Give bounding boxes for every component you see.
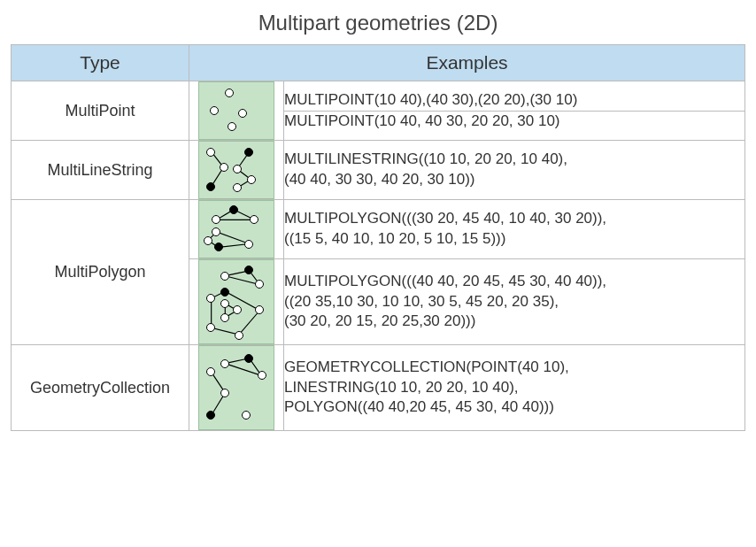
type-geometrycollection: GeometryCollection xyxy=(12,345,189,431)
multipoint-ex1: MULTIPOINT(10 40),(40 30),(20 20),(30 10… xyxy=(284,90,744,111)
multilinestring-swatch xyxy=(198,141,274,199)
type-multilinestring: MultiLineString xyxy=(12,141,189,200)
table-row-geometrycollection: GeometryCollection GEOMETRYCOLLECTION xyxy=(12,345,745,431)
table-row-multipoint: MultiPoint MULTIPOINT(10 40),(40 30),(20… xyxy=(12,81,745,141)
type-multipolygon: MultiPolygon xyxy=(12,200,189,345)
multilinestring-ex: MULTILINESTRING((10 10, 20 20, 10 40), (… xyxy=(284,141,745,200)
geometry-table: Type Examples MultiPoint MULTIPOINT(10 4… xyxy=(11,44,745,431)
type-multipoint: MultiPoint xyxy=(12,81,189,141)
header-examples: Examples xyxy=(189,45,745,81)
multipolygon-swatch-2 xyxy=(198,259,274,344)
multipoint-swatch xyxy=(198,81,274,140)
svg-marker-5 xyxy=(225,358,261,376)
multipolygon-swatch-1 xyxy=(198,200,274,258)
multipoint-ex2: MULTIPOINT(10 40, 40 30, 20 20, 30 10) xyxy=(284,111,744,131)
multipolygon-ex1: MULTIPOLYGON(((30 20, 45 40, 10 40, 30 2… xyxy=(284,200,745,259)
table-row-multilinestring: MultiLineString MULTILINESTRING((10 1 xyxy=(12,141,745,200)
multipolygon-ex2: MULTIPOLYGON(((40 40, 20 45, 45 30, 40 4… xyxy=(284,259,745,345)
geometrycollection-swatch xyxy=(198,345,274,430)
page-title: Multipart geometries (2D) xyxy=(11,11,745,35)
header-type: Type xyxy=(12,45,189,81)
table-row-multipolygon: MultiPolygon xyxy=(12,200,745,345)
geometrycollection-ex: GEOMETRYCOLLECTION(POINT(40 10), LINESTR… xyxy=(284,345,745,431)
